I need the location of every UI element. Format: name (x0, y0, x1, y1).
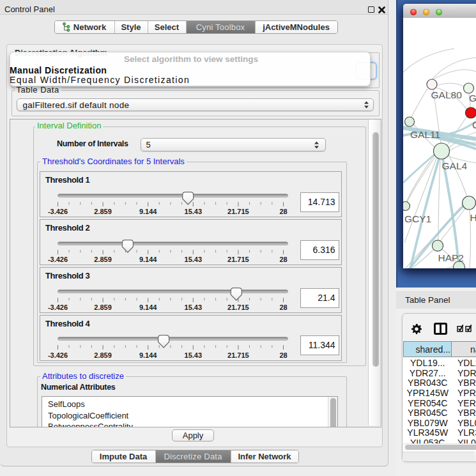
svg-text:H: H (470, 212, 476, 223)
svg-text:GCY1: GCY1 (404, 213, 431, 224)
svg-text:C: C (472, 119, 476, 130)
svg-text:GAL4: GAL4 (442, 160, 468, 171)
svg-text:GAL80: GAL80 (431, 89, 463, 100)
svg-text:GAL11: GAL11 (410, 129, 440, 140)
svg-text:GA: GA (469, 93, 476, 104)
svg-text:HAP2: HAP2 (438, 252, 464, 263)
